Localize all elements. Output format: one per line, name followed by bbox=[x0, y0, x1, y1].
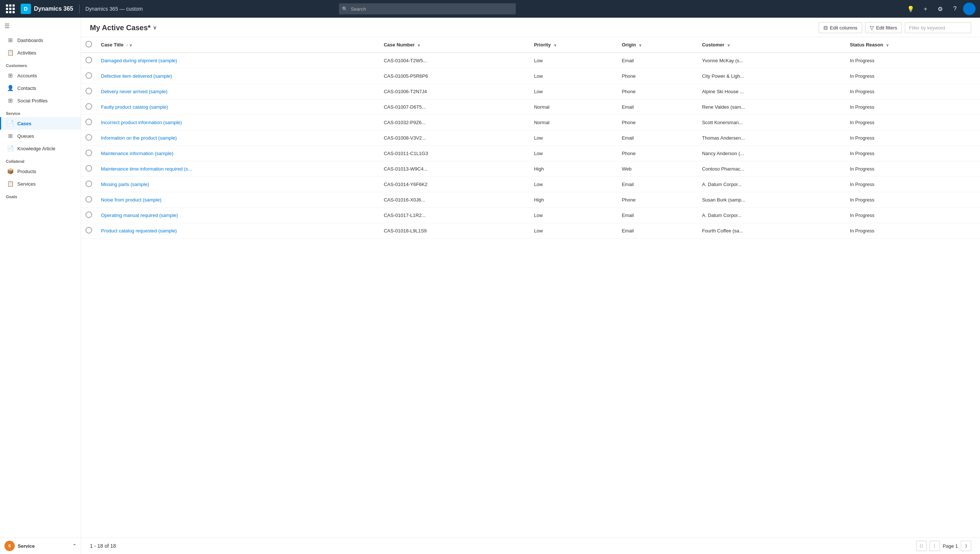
waffle-menu-button[interactable] bbox=[5, 3, 16, 15]
priority-cell: High bbox=[529, 161, 617, 177]
table-row[interactable]: Operating manual required (sample) CAS-0… bbox=[81, 208, 980, 223]
row-checkbox[interactable] bbox=[86, 212, 92, 218]
case-title-cell[interactable]: Defective item delivered (sample) bbox=[97, 68, 379, 84]
sidebar-item-queues[interactable]: ⊞ Queues bbox=[0, 130, 81, 142]
row-checkbox[interactable] bbox=[86, 150, 92, 156]
priority-column-header[interactable]: Priority ∨ bbox=[529, 37, 617, 53]
user-avatar[interactable] bbox=[963, 3, 975, 15]
sidebar-item-dashboards[interactable]: ⊞ Dashboards bbox=[0, 34, 81, 46]
sidebar-item-contacts[interactable]: 👤 Contacts bbox=[0, 82, 81, 94]
table-row[interactable]: Faulty product catalog (sample) CAS-0100… bbox=[81, 99, 980, 115]
row-checkbox-cell[interactable] bbox=[81, 131, 97, 146]
sidebar-item-cases[interactable]: 📄 Cases bbox=[0, 117, 81, 130]
row-checkbox-cell[interactable] bbox=[81, 192, 97, 208]
case-number-cell: CAS-01004-T2W5... bbox=[379, 53, 530, 68]
case-title-cell[interactable]: Maintenance time information required (s… bbox=[97, 161, 379, 177]
case-title-cell[interactable]: Missing parts (sample) bbox=[97, 177, 379, 192]
select-all-checkbox-header[interactable] bbox=[81, 37, 97, 53]
filter-by-keyword-input[interactable] bbox=[905, 22, 971, 33]
origin-cell: Email bbox=[617, 208, 698, 223]
sidebar-item-activities[interactable]: 📋 Activities bbox=[0, 46, 81, 59]
edit-columns-button[interactable]: ⊟ Edit columns bbox=[819, 22, 862, 33]
case-title-cell[interactable]: Faulty product catalog (sample) bbox=[97, 99, 379, 115]
view-title-text: My Active Cases* bbox=[90, 24, 151, 32]
sidebar-item-accounts[interactable]: ⊞ Accounts bbox=[0, 69, 81, 82]
status-reason-column-header[interactable]: Status Reason ∨ bbox=[846, 37, 980, 53]
row-checkbox[interactable] bbox=[86, 57, 92, 64]
status-reason-cell: In Progress bbox=[846, 177, 980, 192]
table-row[interactable]: Delivery never arrived (sample) CAS-0100… bbox=[81, 84, 980, 99]
case-title-cell[interactable]: Maintenance information (sample) bbox=[97, 146, 379, 161]
row-checkbox[interactable] bbox=[86, 72, 92, 79]
row-checkbox[interactable] bbox=[86, 134, 92, 141]
table-row[interactable]: Missing parts (sample) CAS-01014-Y6F6K2 … bbox=[81, 177, 980, 192]
row-checkbox[interactable] bbox=[86, 88, 92, 94]
row-checkbox-cell[interactable] bbox=[81, 115, 97, 131]
next-page-button[interactable]: ⟩ bbox=[961, 541, 971, 551]
row-checkbox-cell[interactable] bbox=[81, 177, 97, 192]
contacts-icon: 👤 bbox=[7, 85, 14, 91]
view-title-chevron-icon[interactable]: ∨ bbox=[153, 25, 156, 30]
case-title-cell[interactable]: Delivery never arrived (sample) bbox=[97, 84, 379, 99]
origin-cell: Phone bbox=[617, 192, 698, 208]
top-nav-actions: 💡 ＋ ⚙ ? bbox=[904, 2, 975, 16]
row-checkbox-cell[interactable] bbox=[81, 146, 97, 161]
table-row[interactable]: Product catalog requested (sample) CAS-0… bbox=[81, 223, 980, 239]
row-checkbox[interactable] bbox=[86, 180, 92, 187]
products-icon: 📦 bbox=[7, 168, 14, 175]
sidebar-item-knowledge-article[interactable]: 📄 Knowledge Article bbox=[0, 142, 81, 155]
sidebar-item-services[interactable]: 📋 Services bbox=[0, 178, 81, 190]
case-title-cell[interactable]: Incorrect product information (sample) bbox=[97, 115, 379, 131]
collateral-section-label: Collateral bbox=[0, 155, 81, 165]
prev-page-button[interactable]: ⟨ bbox=[929, 541, 940, 551]
sidebar-item-social-profiles[interactable]: ⊞ Social Profiles bbox=[0, 94, 81, 107]
hamburger-icon: ☰ bbox=[5, 22, 10, 29]
row-checkbox[interactable] bbox=[86, 196, 92, 202]
case-title-cell[interactable]: Product catalog requested (sample) bbox=[97, 223, 379, 239]
row-checkbox-cell[interactable] bbox=[81, 53, 97, 68]
search-icon: 🔍 bbox=[342, 6, 348, 12]
table-row[interactable]: Damaged during shipment (sample) CAS-010… bbox=[81, 53, 980, 68]
row-checkbox-cell[interactable] bbox=[81, 68, 97, 84]
row-checkbox-cell[interactable] bbox=[81, 223, 97, 239]
lightbulb-button[interactable]: 💡 bbox=[904, 2, 917, 16]
priority-cell: Normal bbox=[529, 99, 617, 115]
row-checkbox[interactable] bbox=[86, 119, 92, 125]
customer-column-header[interactable]: Customer ∨ bbox=[698, 37, 845, 53]
origin-column-header[interactable]: Origin ∨ bbox=[617, 37, 698, 53]
footer-chevron-icon[interactable]: ⌃ bbox=[73, 543, 76, 548]
sidebar-item-products[interactable]: 📦 Products bbox=[0, 165, 81, 178]
global-search-input[interactable] bbox=[339, 3, 516, 14]
table-row[interactable]: Incorrect product information (sample) C… bbox=[81, 115, 980, 131]
first-page-button[interactable]: ⟨⟨ bbox=[916, 541, 927, 551]
edit-filters-button[interactable]: ▽ Edit filters bbox=[865, 22, 902, 33]
help-button[interactable]: ? bbox=[948, 2, 962, 16]
status-reason-cell: In Progress bbox=[846, 115, 980, 131]
case-number-column-header[interactable]: Case Number ∨ bbox=[379, 37, 530, 53]
row-checkbox-cell[interactable] bbox=[81, 161, 97, 177]
row-checkbox-cell[interactable] bbox=[81, 208, 97, 223]
table-row[interactable]: Maintenance information (sample) CAS-010… bbox=[81, 146, 980, 161]
select-all-checkbox[interactable] bbox=[86, 41, 92, 48]
settings-button[interactable]: ⚙ bbox=[934, 2, 947, 16]
case-title-column-header[interactable]: Case Title ↑ ∨ bbox=[97, 37, 379, 53]
case-title-cell[interactable]: Damaged during shipment (sample) bbox=[97, 53, 379, 68]
table-row[interactable]: Information on the product (sample) CAS-… bbox=[81, 131, 980, 146]
case-title-cell[interactable]: Information on the product (sample) bbox=[97, 131, 379, 146]
row-checkbox[interactable] bbox=[86, 227, 92, 234]
origin-sort-icon: ∨ bbox=[639, 43, 641, 47]
sidebar-item-label: Cases bbox=[17, 121, 31, 126]
case-title-cell[interactable]: Noise from product (sample) bbox=[97, 192, 379, 208]
table-row[interactable]: Noise from product (sample) CAS-01016-X0… bbox=[81, 192, 980, 208]
row-checkbox-cell[interactable] bbox=[81, 99, 97, 115]
customer-cell: Alpine Ski House ... bbox=[698, 84, 845, 99]
row-checkbox[interactable] bbox=[86, 103, 92, 110]
row-checkbox[interactable] bbox=[86, 165, 92, 172]
goals-section-label: Goals bbox=[0, 190, 81, 201]
table-row[interactable]: Maintenance time information required (s… bbox=[81, 161, 980, 177]
case-title-cell[interactable]: Operating manual required (sample) bbox=[97, 208, 379, 223]
sidebar-toggle-button[interactable]: ☰ bbox=[0, 18, 81, 34]
new-record-button[interactable]: ＋ bbox=[919, 2, 932, 16]
table-row[interactable]: Defective item delivered (sample) CAS-01… bbox=[81, 68, 980, 84]
row-checkbox-cell[interactable] bbox=[81, 84, 97, 99]
